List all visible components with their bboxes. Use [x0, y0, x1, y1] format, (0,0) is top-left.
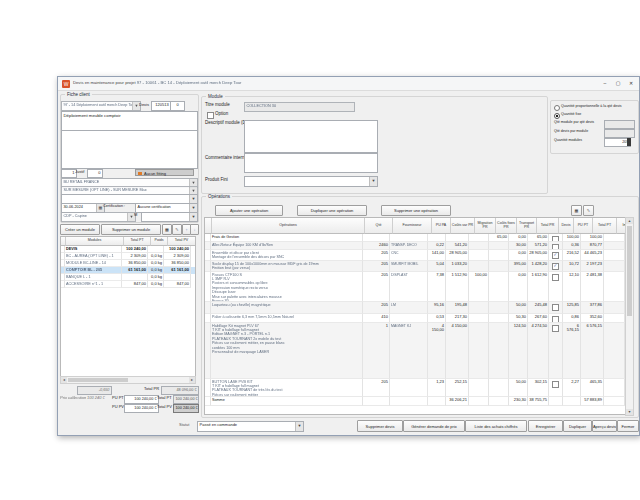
- modules-header-3[interactable]: Poids: [151, 237, 168, 246]
- scroll-right-icon[interactable]: ▸: [189, 377, 195, 383]
- operations-header-6[interactable]: Migration PR: [475, 218, 496, 234]
- operation-row[interactable]: Aller-Retour Équipe 100 KM d'Ile/Sen2460…: [205, 242, 625, 250]
- module-poids: 0,0 kg: [148, 274, 164, 281]
- module-row[interactable]: COMPTOIR BL - 20561 161,000,0 kg61 161,0…: [61, 267, 195, 274]
- scroll-up-icon[interactable]: ▴: [626, 218, 633, 224]
- operations-header-10[interactable]: Devis: [559, 218, 574, 234]
- operations-vscrollbar[interactable]: ▴ ▾: [625, 217, 634, 416]
- total-pv-field: 100 240,00 €: [173, 404, 199, 413]
- operation-image: [604, 234, 625, 242]
- produit-fini-dropdown[interactable]: ▼: [244, 176, 378, 187]
- operations-edit-button[interactable]: ✎: [583, 205, 594, 216]
- scroll-down-icon[interactable]: ▾: [626, 409, 633, 415]
- operation-row[interactable]: Passos CTF100 SL 3MP R-VPosters et conso…: [205, 272, 625, 302]
- devis-checkbox[interactable]: [552, 381, 559, 388]
- operation-row[interactable]: Somme36 206,21230,3038 755,7557 883,89: [205, 397, 625, 406]
- operation-row[interactable]: Frais de Gestion65,000,0065,00100,00100,…: [205, 234, 625, 242]
- module-row[interactable]: ACCESSOIRE n°1 - 1847,000,0 kg847,00: [61, 281, 195, 288]
- radio-fixed[interactable]: [554, 113, 560, 119]
- duplicate-button[interactable]: Dupliquer: [563, 420, 592, 432]
- radio-proportional[interactable]: [554, 105, 560, 111]
- add-operation-button[interactable]: Ajouter une opération: [215, 205, 283, 216]
- devis-checkbox[interactable]: ✓: [552, 252, 559, 259]
- operation-row[interactable]: Habillage Kit magnet PLV 67T KIT = habil…: [205, 323, 625, 379]
- purchases-list-button[interactable]: Liste des achats chiffrés: [465, 420, 527, 432]
- module-row[interactable]: BC - AUREA (OPT LINE) - 12 309,000,0 kg2…: [61, 253, 195, 260]
- operation-qte: [363, 397, 390, 406]
- module-row[interactable]: BANQUE L - 10,0 kg: [61, 274, 195, 281]
- scroll-thumb[interactable]: [627, 226, 632, 316]
- operations-header-8[interactable]: Transport PR: [517, 218, 537, 234]
- project-dropdown[interactable]: 97 - 14 Déploiement outil merch Deep Tou…: [61, 101, 141, 111]
- devis-checkbox[interactable]: [552, 325, 559, 332]
- delete-devis-button[interactable]: Supprimer devis: [357, 420, 403, 432]
- title-bar[interactable]: W Devis en maintenance pour projet 97 - …: [58, 77, 639, 91]
- devis-checkbox[interactable]: [552, 274, 559, 281]
- module-row[interactable]: DEVIS100 240,00100 240,00: [61, 246, 195, 253]
- operations-header-0[interactable]: [205, 218, 212, 234]
- spinner-icon[interactable]: [627, 138, 631, 146]
- chevron-down-icon[interactable]: ▼: [189, 204, 197, 212]
- module-poids: 0,0 kg: [148, 281, 164, 288]
- chevron-down-icon[interactable]: ▼: [369, 177, 377, 186]
- modules-header-4[interactable]: Total PV: [168, 237, 196, 246]
- descriptif-module-field[interactable]: [244, 120, 378, 153]
- minimize-button[interactable]: –: [599, 78, 611, 88]
- operations-header-7[interactable]: Coûts fixes PR: [496, 218, 517, 234]
- internal-comment-field[interactable]: [61, 130, 198, 169]
- modules-header-2[interactable]: Total PT: [124, 237, 151, 246]
- operations-header-5[interactable]: Coûts var PR: [451, 218, 475, 234]
- chevron-down-icon[interactable]: ▼: [189, 213, 197, 221]
- chevron-down-icon[interactable]: ▼: [295, 422, 303, 431]
- modules-hscrollbar[interactable]: ◂ ▸: [60, 376, 196, 384]
- justif-field[interactable]: 0: [87, 169, 103, 178]
- generate-price-request-button[interactable]: Générer demande de prix: [403, 420, 465, 432]
- create-module-button[interactable]: Créer un module: [60, 224, 100, 235]
- scroll-left-icon[interactable]: ◂: [61, 377, 67, 383]
- operations-header-4[interactable]: PU PA: [432, 218, 451, 234]
- radio-proportional-label[interactable]: Quantité proportionnelle à la qté devis: [561, 105, 622, 109]
- scroll-thumb[interactable]: [68, 378, 128, 382]
- operations-header-1[interactable]: Opérations: [212, 218, 365, 234]
- operation-row[interactable]: Loqueteau (ou cheville) magnétique205LM9…: [205, 302, 625, 314]
- delete-module-button[interactable]: Supprimer un module: [101, 224, 161, 235]
- chevron-down-icon[interactable]: ▼: [189, 195, 197, 203]
- close-devis-button[interactable]: Fermer: [617, 420, 639, 432]
- pu-pv-field[interactable]: 100 240,00 €: [124, 404, 159, 413]
- pu-pt-field[interactable]: 100 240,00 €: [124, 395, 159, 404]
- operations-header-9[interactable]: Total PR: [537, 218, 559, 234]
- module-row[interactable]: MODULE BC-LINE - 1436 850,000,0 kg36 850…: [61, 260, 195, 267]
- operations-header-2[interactable]: Qté: [365, 218, 393, 234]
- cdp-dropdown[interactable]: CDP - Capine▼: [61, 212, 136, 222]
- maximize-button[interactable]: ▢: [612, 78, 624, 88]
- devis-revision-field[interactable]: 0: [170, 101, 185, 111]
- devis-checkbox[interactable]: ✓: [552, 263, 559, 270]
- delete-operation-button[interactable]: Supprimer une opération: [381, 205, 451, 216]
- statut-dropdown[interactable]: Passé en commande▼: [197, 421, 304, 432]
- devis-checkbox[interactable]: [552, 304, 559, 311]
- operation-row[interactable]: BUTTON LASE PVB KITT KIT = habillage ful…: [205, 379, 625, 397]
- operation-migration-pr: [469, 323, 489, 379]
- operations-header-11[interactable]: PU PT: [574, 218, 593, 234]
- modules-header-1[interactable]: Modules: [66, 237, 124, 246]
- devis-name-field[interactable]: Déploiement meuble comptoir: [61, 111, 198, 131]
- operations-header-3[interactable]: Fournisseur: [393, 218, 432, 234]
- operation-row[interactable]: Palier à colissette 6,3 mm 7,5mm 10,5mm …: [205, 314, 625, 323]
- module-edit-button[interactable]: ✎: [172, 224, 182, 235]
- operations-header-12[interactable]: Total PT: [593, 218, 617, 234]
- preview-devis-button[interactable]: Aperçu devis: [592, 420, 617, 432]
- module-image-button[interactable]: ▦: [162, 224, 172, 235]
- cdp-second-dropdown[interactable]: ▼: [141, 212, 198, 222]
- radio-fixed-label[interactable]: Quantité fixe: [561, 113, 581, 117]
- operation-row[interactable]: Socle display 15 de 100x1000mm en mousse…: [205, 261, 625, 272]
- option-checkbox[interactable]: [207, 112, 214, 119]
- save-button[interactable]: Enregistrer: [528, 420, 563, 432]
- move-down-button[interactable]: ↓: [190, 224, 199, 235]
- operation-row[interactable]: Ensemble et décor par clientMontage de l…: [205, 250, 625, 261]
- devis-checkbox[interactable]: [552, 316, 559, 323]
- commentaire-interne-field[interactable]: [244, 153, 378, 173]
- close-button[interactable]: ✕: [625, 78, 637, 88]
- duplicate-operation-button[interactable]: Dupliquer une opération: [297, 205, 367, 216]
- module-total-pv: 100 240,00: [164, 246, 191, 253]
- operations-grid-button[interactable]: ▦: [571, 205, 582, 216]
